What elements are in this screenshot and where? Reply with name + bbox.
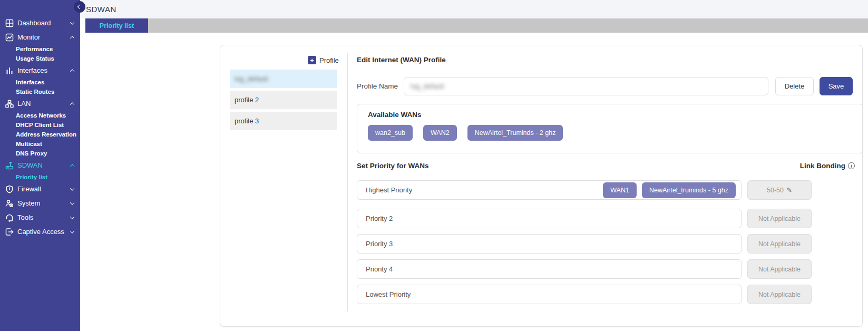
info-icon[interactable]: i xyxy=(848,162,855,169)
sidebar-item-label: Firewall xyxy=(17,185,71,193)
sidebar-item-multicast[interactable]: Multicast xyxy=(0,139,80,149)
save-button[interactable]: Save xyxy=(820,77,853,95)
sidebar-item-dhcp-client-list[interactable]: DHCP Client List xyxy=(0,120,80,130)
priority-row-label: Priority 2 xyxy=(366,215,393,222)
link-bonding-value-box: Not Applicable xyxy=(747,234,812,254)
sidebar-nav: Dashboard Monitor Performance Usage Stat… xyxy=(0,0,80,239)
wan-chip[interactable]: WAN1 xyxy=(603,182,637,198)
sidebar-item-label: System xyxy=(17,199,71,207)
sidebar-collapse-button[interactable] xyxy=(74,1,85,13)
priority-row-label: Priority 4 xyxy=(366,265,393,273)
monitor-icon xyxy=(5,33,14,42)
wan-chip[interactable]: NewAirtel_Truminds - 2 ghz xyxy=(467,125,563,141)
profile-name: profile 2 xyxy=(235,96,259,104)
page-title: SDWAN xyxy=(86,5,116,14)
header-bar xyxy=(80,0,868,18)
sidebar-item-sdwan[interactable]: SDWAN xyxy=(0,158,80,172)
chevron-down-icon xyxy=(70,186,74,190)
edit-profile-title: Edit Internet (WAN) Profile xyxy=(357,56,446,64)
sidebar-item-interfaces-sub[interactable]: Interfaces xyxy=(0,77,80,87)
sidebar-item-dns-proxy[interactable]: DNS Proxy xyxy=(0,149,80,158)
sidebar-item-firewall[interactable]: Firewall xyxy=(0,182,80,196)
priority-row-label: Lowest Priority xyxy=(366,290,411,298)
lan-icon xyxy=(5,99,14,108)
priority-row-2[interactable]: Priority 2 xyxy=(357,209,742,228)
wan-profile-card: + Profile log_default profile 2 profile … xyxy=(220,45,863,327)
available-wans-chips: wan2_sub WAN2 NewAirtel_Truminds - 2 ghz xyxy=(368,125,563,141)
priority-row-3[interactable]: Priority 3 xyxy=(357,234,742,254)
available-wans-box: Available WANs wan2_sub WAN2 NewAirtel_T… xyxy=(357,104,863,153)
sidebar-item-dashboard[interactable]: Dashboard xyxy=(0,16,80,30)
add-profile-label: Profile xyxy=(319,56,339,64)
priority-row-label: Priority 3 xyxy=(366,240,393,248)
sidebar-item-label: LAN xyxy=(17,100,71,108)
bonding-value: Not Applicable xyxy=(758,291,801,298)
priority-row-chips: WAN1 NewAirtel_truminds - 5 ghz xyxy=(603,182,736,198)
priority-row-highest[interactable]: Highest Priority WAN1 NewAirtel_truminds… xyxy=(357,180,742,200)
vertical-divider xyxy=(347,53,348,311)
priority-row-lowest[interactable]: Lowest Priority xyxy=(357,285,742,304)
sidebar-item-tools[interactable]: Tools xyxy=(0,210,80,225)
priority-row-label: Highest Priority xyxy=(366,186,412,194)
sidebar-item-monitor[interactable]: Monitor xyxy=(0,30,80,44)
firewall-icon xyxy=(5,184,14,193)
chevron-down-icon xyxy=(70,215,74,219)
chevron-up-icon xyxy=(70,102,74,106)
captive-access-icon xyxy=(5,227,14,236)
set-priority-title: Set Priority for WANs xyxy=(357,162,429,170)
link-bonding-value-box: Not Applicable xyxy=(747,259,812,279)
chevron-down-icon xyxy=(70,20,74,24)
link-bonding-value-box[interactable]: 50-50 ✎ xyxy=(747,180,812,200)
tab-priority-list[interactable]: Priority list xyxy=(85,18,148,33)
interfaces-icon xyxy=(5,66,14,75)
sidebar-item-label: Monitor xyxy=(17,33,71,41)
profile-list-item[interactable]: profile 2 xyxy=(230,91,337,109)
profile-list-item[interactable]: log_default xyxy=(230,70,337,88)
sidebar-item-static-routes[interactable]: Static Routes xyxy=(0,87,80,96)
chevron-down-icon xyxy=(70,229,74,233)
profile-list-item[interactable]: profile 3 xyxy=(230,112,337,130)
profile-name-label: Profile Name xyxy=(357,82,398,90)
priority-row-4[interactable]: Priority 4 xyxy=(357,259,742,279)
sidebar-item-label: Tools xyxy=(17,213,71,221)
profile-name-input[interactable]: log_default xyxy=(404,77,768,95)
sidebar-item-access-networks[interactable]: Access Networks xyxy=(0,111,80,120)
sidebar-item-captive-access[interactable]: Captive Access xyxy=(0,225,80,239)
sidebar-item-usage-status[interactable]: Usage Status xyxy=(0,54,80,63)
system-icon xyxy=(5,199,14,208)
bonding-value: Not Applicable xyxy=(758,266,801,273)
delete-button[interactable]: Delete xyxy=(775,77,814,95)
profile-name-redacted: log_default xyxy=(235,75,268,83)
wan-chip[interactable]: NewAirtel_truminds - 5 ghz xyxy=(642,182,736,198)
plus-icon: + xyxy=(308,56,316,64)
bonding-value: Not Applicable xyxy=(758,215,801,222)
chevron-left-icon xyxy=(77,5,82,9)
sidebar-item-label: Interfaces xyxy=(17,66,71,74)
link-bonding-label: Link Bonding xyxy=(800,162,845,170)
tab-bar: Priority list xyxy=(85,18,868,33)
bonding-value: 50-50 xyxy=(767,187,784,194)
profile-name-value: log_default xyxy=(411,82,444,90)
sidebar-item-label: SDWAN xyxy=(17,161,71,169)
bonding-value: Not Applicable xyxy=(758,240,801,248)
sidebar-item-lan[interactable]: LAN xyxy=(0,96,80,111)
wan-chip[interactable]: WAN2 xyxy=(423,125,457,141)
wan-chip[interactable]: wan2_sub xyxy=(368,125,413,141)
chevron-down-icon xyxy=(70,200,74,205)
link-bonding-title: Link Bonding i xyxy=(742,162,863,170)
add-profile-button[interactable]: + Profile xyxy=(308,56,339,64)
sidebar-item-label: Captive Access xyxy=(17,228,71,236)
available-wans-title: Available WANs xyxy=(368,111,422,119)
sidebar-item-priority-list[interactable]: Priority list xyxy=(0,172,80,182)
tools-icon xyxy=(5,213,14,222)
chevron-up-icon xyxy=(70,36,74,40)
sidebar-item-interfaces[interactable]: Interfaces xyxy=(0,63,80,77)
edit-icon[interactable]: ✎ xyxy=(786,186,792,194)
sidebar-item-system[interactable]: System xyxy=(0,196,80,210)
sidebar-item-address-reservation[interactable]: Address Reservation xyxy=(0,130,80,139)
sdwan-icon xyxy=(5,161,14,170)
chevron-up-icon xyxy=(70,69,74,73)
sidebar-item-performance[interactable]: Performance xyxy=(0,44,80,54)
sidebar: Dashboard Monitor Performance Usage Stat… xyxy=(0,0,80,331)
link-bonding-value-box: Not Applicable xyxy=(747,209,812,228)
